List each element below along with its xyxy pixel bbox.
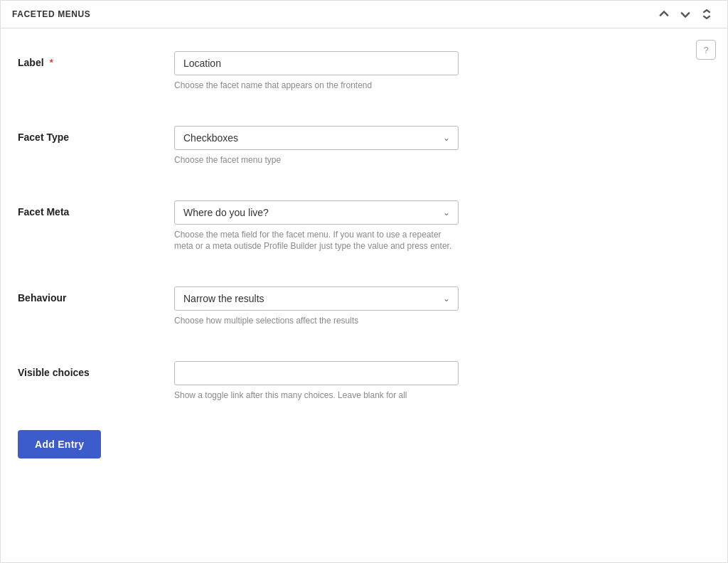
help-icon[interactable]: ?	[696, 40, 716, 60]
move-down-button[interactable]	[676, 8, 695, 21]
behaviour-select[interactable]: Narrow the results Widen the results	[174, 286, 459, 311]
facet-type-hint: Choose the facet menu type	[174, 154, 459, 166]
help-icon-wrap: ?	[696, 40, 716, 60]
facet-meta-field-row: Facet Meta Where do you live? City State…	[18, 189, 710, 253]
add-entry-button[interactable]: Add Entry	[18, 430, 101, 459]
visible-choices-control-col: Show a toggle link after this many choic…	[174, 361, 459, 402]
facet-type-field-row: Facet Type Checkboxes Radio Dropdown Ran…	[18, 114, 710, 166]
behaviour-hint: Choose how multiple selections affect th…	[174, 315, 459, 327]
facet-meta-select[interactable]: Where do you live? City State Country Re…	[174, 200, 459, 225]
behaviour-control-col: Narrow the results Widen the results ⌄ C…	[174, 286, 459, 327]
facet-meta-label-col: Facet Meta	[18, 200, 174, 218]
facet-type-label-col: Facet Type	[18, 126, 174, 143]
facet-type-label: Facet Type	[18, 132, 69, 143]
facet-meta-select-wrap: Where do you live? City State Country Re…	[174, 200, 459, 225]
visible-choices-label: Visible choices	[18, 367, 90, 378]
behaviour-label: Behaviour	[18, 292, 66, 304]
label-input[interactable]	[174, 51, 459, 75]
facet-type-select[interactable]: Checkboxes Radio Dropdown Range Slider S…	[174, 126, 459, 150]
visible-choices-label-col: Visible choices	[18, 361, 174, 378]
label-field-label: Label	[18, 57, 44, 68]
facet-meta-hint: Choose the meta field for the facet menu…	[174, 229, 459, 253]
label-field-control-col: Choose the facet name that appears on th…	[174, 51, 459, 92]
label-required-star: *	[49, 57, 53, 68]
label-field-label-col: Label *	[18, 51, 174, 68]
expand-button[interactable]	[697, 8, 716, 21]
behaviour-field-row: Behaviour Narrow the results Widen the r…	[18, 275, 710, 327]
facet-meta-control-col: Where do you live? City State Country Re…	[174, 200, 459, 253]
facet-type-select-wrap: Checkboxes Radio Dropdown Range Slider S…	[174, 126, 459, 150]
facet-meta-label: Facet Meta	[18, 206, 69, 218]
label-field-row: Label * Choose the facet name that appea…	[18, 40, 710, 92]
visible-choices-input[interactable]	[174, 361, 459, 385]
page-header: FACETED MENUS	[1, 1, 727, 28]
label-field-hint: Choose the facet name that appears on th…	[174, 80, 459, 92]
behaviour-label-col: Behaviour	[18, 286, 174, 304]
visible-choices-field-row: Visible choices Show a toggle link after…	[18, 350, 710, 402]
visible-choices-hint: Show a toggle link after this many choic…	[174, 390, 459, 402]
form-content: ? Label * Choose the facet name that app…	[1, 28, 727, 487]
header-controls	[655, 8, 716, 21]
behaviour-select-wrap: Narrow the results Widen the results ⌄	[174, 286, 459, 311]
move-up-button[interactable]	[655, 8, 673, 21]
footer-row: Add Entry	[18, 424, 710, 459]
page-title: FACETED MENUS	[12, 9, 90, 19]
facet-type-control-col: Checkboxes Radio Dropdown Range Slider S…	[174, 126, 459, 166]
